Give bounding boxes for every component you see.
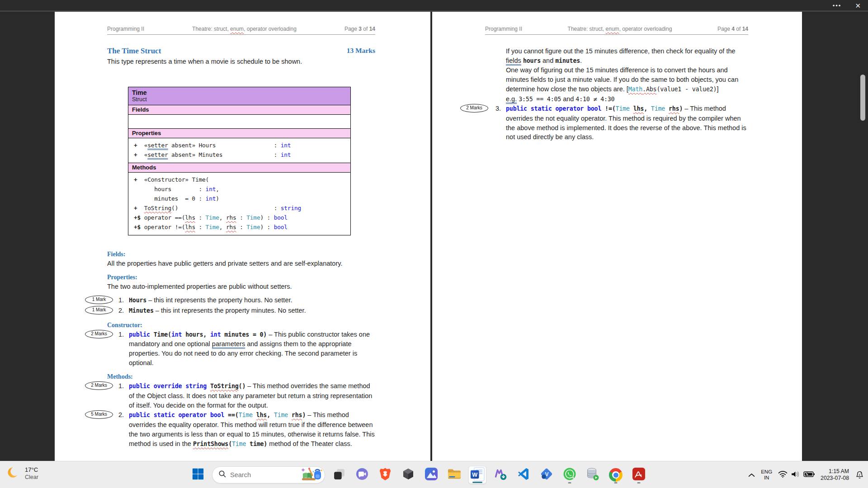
heading-constructor: Constructor: (107, 322, 375, 329)
text-segment: 3 (359, 26, 362, 32)
text-segment (288, 412, 292, 418)
item-text: Minutes – this int represents the proper… (129, 306, 375, 316)
database-icon (586, 467, 599, 483)
text-segment: int (206, 195, 216, 202)
battery-charging-icon (803, 471, 815, 479)
text-segment: and (541, 57, 555, 64)
text-segment (630, 105, 633, 112)
marks-total: 13 Marks (347, 47, 375, 56)
text-segment: PrintShows (193, 441, 228, 447)
file-explorer-button[interactable] (445, 466, 463, 484)
text-segment: Time( (150, 331, 171, 338)
text-segment: int (171, 331, 182, 338)
text-segment: ( (228, 441, 232, 447)
folder-icon (448, 468, 461, 482)
text-segment (253, 412, 256, 418)
unity-cube-icon (402, 468, 415, 482)
text-segment: ) (216, 195, 219, 202)
list-item: 2 Marks 1. public override string ToStri… (118, 381, 375, 410)
text-segment (207, 383, 210, 389)
start-button[interactable] (189, 466, 207, 484)
taskbar-search-box[interactable] (212, 466, 325, 483)
notification-bell-button[interactable]: zz (855, 470, 864, 480)
visual-studio-button[interactable]: V (538, 466, 556, 484)
document-page-4: Programming II Theatre: struct, enum, op… (432, 12, 802, 461)
text-segment: Theatre: struct, (568, 26, 606, 32)
more-options-button[interactable]: ••• (833, 0, 842, 11)
close-icon[interactable]: ✕ (855, 0, 861, 11)
weather-widget[interactable]: 17°C Clear (6, 465, 38, 482)
text-segment: : (236, 214, 247, 221)
language-switcher[interactable]: ENG IN (761, 469, 772, 481)
brave-browser-button[interactable] (376, 466, 394, 484)
text-segment: hours : (134, 186, 206, 192)
uml-type-kind: Struct (132, 96, 347, 103)
acrobat-button[interactable] (630, 466, 648, 484)
paragraph: If you cannot figure out the 15 minutes … (506, 47, 748, 66)
uml-method-line: hours : int, (128, 184, 350, 194)
text-segment: 3:55 == 4:05 (519, 96, 561, 103)
marks-badge: 2 Marks (85, 381, 113, 390)
item-number: 3. (495, 104, 506, 142)
tray-overflow-chevron[interactable] (748, 473, 755, 477)
text-segment: Minutes (129, 307, 154, 314)
chrome-icon (609, 468, 623, 482)
search-input[interactable] (230, 471, 293, 479)
task-view-icon (333, 468, 345, 482)
text-segment: ToString (144, 205, 171, 211)
sql-database-tool-button[interactable] (584, 466, 602, 484)
text-segment: Hours (129, 297, 146, 304)
text-segment: enum (606, 26, 619, 32)
brave-lion-icon (379, 467, 392, 483)
text-segment: method of the Theater class. (267, 440, 352, 447)
visual-studio-installer-button[interactable] (491, 466, 509, 484)
text-segment: ) : (260, 214, 274, 221)
quick-settings-button[interactable] (778, 470, 815, 480)
list-item: 1 Mark 2. Minutes – this int represents … (118, 306, 375, 316)
text-segment: This type represents a time when a movie… (107, 58, 302, 65)
text-segment: If you cannot figure out the 15 minutes … (506, 47, 737, 55)
acrobat-icon (632, 467, 646, 483)
whatsapp-button[interactable] (561, 466, 579, 484)
photos-app-button[interactable] (422, 466, 440, 484)
list-item: 1 Mark 1. Hours – this int represents th… (118, 296, 375, 305)
text-segment: Page (344, 26, 359, 32)
unity-hub-button[interactable] (399, 466, 417, 484)
clock-and-date[interactable]: 1:15 AM 2023-07-08 (821, 468, 849, 482)
word-app-button[interactable]: W (468, 466, 486, 484)
text-segment: Time (206, 214, 219, 221)
chat-app-button[interactable] (353, 466, 371, 484)
text-segment: int (281, 142, 291, 149)
clock-date: 2023-07-08 (821, 475, 849, 481)
text-segment: public static operator bool (506, 105, 601, 112)
vertical-scrollbar[interactable] (860, 75, 865, 121)
photos-icon (425, 467, 438, 483)
header-topic: Theatre: struct, enum, operator overload… (192, 26, 297, 32)
text-segment: + (134, 176, 137, 183)
uml-class-table: Time Struct Fields Properties + «setter … (128, 87, 351, 235)
vs-code-button[interactable] (514, 466, 533, 484)
text-segment: 4:10 ≠ 4:30 (576, 96, 614, 103)
text-segment: bool (274, 224, 288, 230)
uml-methods-content: + «Constructor» Time( hours : int, minut… (128, 173, 350, 235)
search-icon (218, 470, 226, 480)
text-segment: 14 (742, 26, 748, 32)
text-segment (137, 205, 144, 211)
video-chat-icon (355, 467, 369, 483)
text-segment: Time (651, 105, 665, 112)
text-segment: Time (206, 224, 219, 230)
item-text: Hours – this int represents the property… (129, 296, 375, 305)
chrome-button[interactable] (607, 466, 625, 484)
item-number: 2. (118, 306, 129, 316)
heading-properties: Properties: (107, 274, 375, 281)
task-view-button[interactable] (330, 466, 348, 484)
text-segment: rhs (292, 412, 302, 418)
text-segment: Time (616, 105, 630, 112)
text-segment: , (219, 214, 226, 221)
paragraph: e.g. 3:55 == 4:05 and 4:10 ≠ 4:30 (506, 94, 748, 104)
text-segment: , (267, 412, 274, 418)
page-header: Programming II Theatre: struct, enum, op… (485, 26, 748, 35)
text-segment: ==( (224, 412, 238, 418)
text-segment: ToString (210, 383, 239, 389)
text-segment: : (195, 224, 206, 230)
